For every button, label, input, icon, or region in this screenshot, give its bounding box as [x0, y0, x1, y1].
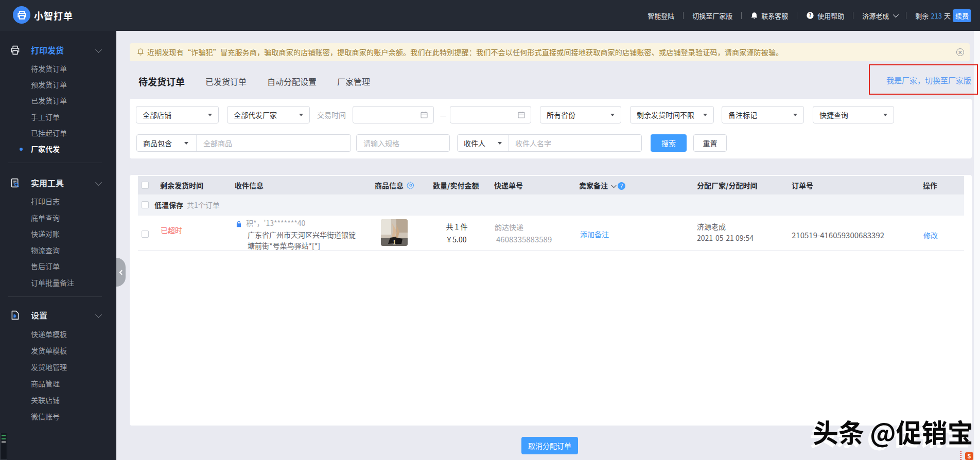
- menu-print[interactable]: 打印发货: [0, 39, 116, 61]
- search-btn[interactable]: 搜索: [651, 134, 687, 152]
- product-filter: 商品包含 全部商品: [136, 134, 351, 152]
- renew-btn[interactable]: 续费: [953, 9, 971, 22]
- check-all[interactable]: [142, 182, 149, 189]
- cancel-assign-btn[interactable]: 取消分配订单: [521, 437, 578, 454]
- switch-factory[interactable]: 切换至厂家版: [692, 11, 732, 21]
- svg-text:?: ?: [809, 11, 812, 19]
- province-select[interactable]: 所有省份: [540, 106, 621, 123]
- date-start[interactable]: [353, 106, 434, 123]
- tools-submenu: 打印日志 底单查询 快递对账 物流查询 售后订单 订单批量备注: [0, 193, 116, 291]
- add-remark[interactable]: 添加备注: [580, 229, 609, 239]
- reset-btn[interactable]: 重置: [693, 134, 727, 152]
- table-header: 剩余发货时间 收件信息 商品信息 数量/实付金额 快递单号 卖家备注? 分配厂家…: [138, 176, 964, 194]
- date-end[interactable]: [450, 106, 531, 123]
- watermark: 头条 @促销宝: [813, 416, 973, 446]
- smart-login[interactable]: 智能登陆: [647, 11, 674, 21]
- remark-select[interactable]: 备注标记: [722, 106, 804, 123]
- notice-bar: 近期发现有“诈骗犯”冒充服务商，骗取商家的店铺账密，提取商家的账户余额。我们在此…: [130, 43, 970, 61]
- print-submenu: 待发货订单 预发货订单 已发货订单 手工订单 已挂起订单 厂家代发: [0, 61, 116, 157]
- modify[interactable]: 修改: [923, 231, 938, 240]
- product-image: 1: [381, 219, 408, 246]
- account[interactable]: 济源老成: [862, 11, 897, 21]
- svg-text:1: 1: [393, 239, 396, 245]
- topnav: 智能登陆 切换至厂家版 联系客服 ?使用帮助 济源老成 剩余213天 续费: [647, 0, 971, 31]
- shiptime-select[interactable]: 剩余发货时间不限: [630, 106, 714, 123]
- help[interactable]: ?使用帮助: [806, 11, 844, 21]
- factory-switch-highlight: 我是厂家，切换至厂家版: [869, 64, 978, 95]
- filter-card: 全部店铺 全部代发厂家 交易时间 — 所有省份 剩余发货时间不限 备注标记 快捷…: [130, 99, 972, 158]
- days-left: 剩余213天: [915, 11, 951, 21]
- topbar: 小智打单 智能登陆 切换至厂家版 联系客服 ?使用帮助 济源老成 剩余213天 …: [0, 0, 980, 31]
- sidebar: 打印发货 待发货订单 预发货订单 已发货订单 手工订单 已挂起订单 厂家代发 实…: [0, 31, 116, 460]
- order-table: 剩余发货时间 收件信息 商品信息 数量/实付金额 快递单号 卖家备注? 分配厂家…: [130, 175, 972, 426]
- receiver-filter: 收件人 收件人名字: [457, 134, 642, 152]
- menu-tools[interactable]: 实用工具: [0, 172, 116, 193]
- wm-icon: S: [965, 452, 973, 460]
- logo: [13, 6, 30, 24]
- spec-input[interactable]: 请输入规格: [356, 134, 450, 152]
- factory-select[interactable]: 全部代发厂家: [227, 106, 310, 123]
- tabs: 待发货订单 已发货订单 自动分配设置 厂家管理: [138, 74, 391, 89]
- menu-settings[interactable]: 设置: [0, 304, 116, 326]
- settings-submenu: 快递单模板 发货单模板 发货地管理 商品管理 关联店铺 微信账号: [0, 326, 116, 424]
- corner-artifact: [0, 433, 7, 460]
- scrollbar: [974, 31, 980, 460]
- notice-close[interactable]: ✕: [956, 48, 964, 56]
- quick-select[interactable]: 快捷查询: [813, 106, 894, 123]
- sidebar-collapse[interactable]: [116, 258, 126, 287]
- shop-select[interactable]: 全部店铺: [136, 106, 219, 123]
- group-row: 低温保存 共1个订单: [138, 194, 964, 216]
- contact-service[interactable]: 联系客服: [750, 11, 788, 21]
- wm-dots: [960, 451, 961, 460]
- factory-distribution-page: 小智打单 智能登陆 切换至厂家版 联系客服 ?使用帮助 济源老成 剩余213天 …: [0, 0, 980, 460]
- order-row: 已超时 积*，'13*******40 广东省广州市天河区兴华街道银锭塘前街*号…: [138, 216, 964, 251]
- app-title: 小智打单: [34, 0, 73, 31]
